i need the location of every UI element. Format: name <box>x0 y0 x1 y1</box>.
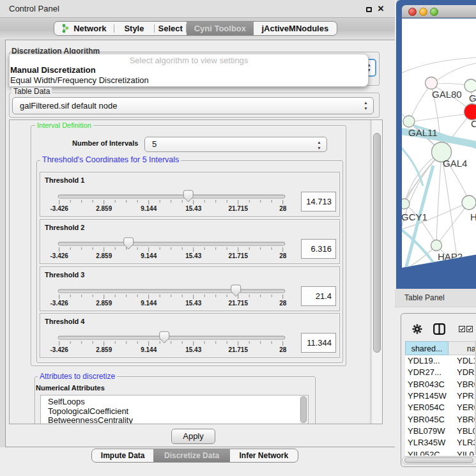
threshold-value-field[interactable]: 6.316 <box>301 239 336 259</box>
threshold-label: Threshold 4 <box>45 318 84 325</box>
threshold-label: Threshold 3 <box>45 271 84 279</box>
svg-text:21.715: 21.715 <box>228 300 248 307</box>
network-node-GA[interactable] <box>464 79 476 92</box>
apply-button[interactable]: Apply <box>171 429 215 444</box>
network-node-GAL80[interactable] <box>426 77 438 89</box>
threshold-label: Threshold 1 <box>45 176 84 184</box>
svg-text:15.43: 15.43 <box>185 252 201 259</box>
columns-icon[interactable] <box>433 323 445 335</box>
control-panel-titlebar: Control Panel <box>0 0 395 18</box>
network-node-GAL11[interactable] <box>403 116 415 127</box>
settings-viewport: Interval Definition Number of Intervals … <box>10 120 371 424</box>
tab-infer-network[interactable]: Infer Network <box>230 449 298 462</box>
zoom-traffic-light[interactable] <box>430 8 438 16</box>
threshold-slider[interactable]: -3.4262.8599.14415.4321.71528 <box>53 331 293 354</box>
svg-text:-3.426: -3.426 <box>50 300 69 307</box>
close-traffic-light[interactable] <box>408 8 417 16</box>
network-canvas[interactable]: GAL80GACGAL11GAL4GCY1HHAP2 <box>402 19 476 268</box>
popup-option-equal-width[interactable]: Equal Width/Frequency Discretization <box>10 75 149 85</box>
number-of-intervals-spinner[interactable]: 5 ▲▼ <box>144 137 327 152</box>
tab-cyni-toolbox[interactable]: Cyni Toolbox <box>187 22 254 35</box>
settings-scrollbar-thumb[interactable] <box>373 133 381 353</box>
gear-icon[interactable] <box>412 324 422 334</box>
svg-text:15.43: 15.43 <box>185 300 201 307</box>
close-icon[interactable]: ✕ <box>376 3 385 15</box>
svg-text:2.859: 2.859 <box>96 300 112 307</box>
threshold-slider[interactable]: -3.4262.8599.14415.4321.71528 <box>53 190 293 213</box>
node-label-GCY1: GCY1 <box>402 211 427 222</box>
threshold-value-field[interactable]: 14.713 <box>301 192 336 211</box>
minimize-traffic-light[interactable] <box>419 8 427 16</box>
network-edge[interactable] <box>410 84 431 121</box>
table-row[interactable]: YPR145WYPR1 <box>405 390 476 402</box>
tab-style[interactable]: Style <box>114 22 155 35</box>
cell-shared-name: YBR045C <box>408 414 445 426</box>
network-edge[interactable] <box>436 152 441 245</box>
svg-text:-3.426: -3.426 <box>50 252 69 259</box>
svg-text:28: 28 <box>279 300 287 307</box>
table-row[interactable]: YIL052CYIL0 <box>405 449 476 456</box>
table-row[interactable]: YLR345WYLR3 <box>405 437 476 449</box>
attributes-list-scrollbar[interactable] <box>300 395 308 424</box>
attributes-title: Attributes to discretize <box>38 372 117 381</box>
table-row[interactable]: YER054CYER0 <box>405 402 476 413</box>
popup-option-manual[interactable]: Manual Discretization <box>10 65 96 75</box>
column-header-name[interactable]: name <box>449 341 476 355</box>
attribute-item[interactable]: SelfLoops <box>41 397 308 407</box>
node-label-C: C <box>471 118 476 129</box>
cyni-mode-tabs: Impute DataDiscretize DataInfer Network <box>91 449 298 463</box>
network-edge[interactable] <box>437 203 469 245</box>
table-row[interactable]: YDL19...YDL1 <box>405 355 476 367</box>
control-panel-title: Control Panel <box>9 0 59 18</box>
slider-thumb[interactable] <box>160 332 169 343</box>
svg-text:-3.426: -3.426 <box>50 346 69 353</box>
table-h-scrollbar[interactable] <box>402 456 476 464</box>
cell-name: YDL1 <box>457 355 476 367</box>
cell-name: YBR0 <box>457 414 476 426</box>
attribute-item[interactable]: TopologicalCoefficient <box>41 407 308 417</box>
node-table[interactable]: shared... name YDL19...YDL1YDR27...YDR2Y… <box>405 341 476 456</box>
table-row[interactable]: YBL079WYBL0 <box>405 426 476 437</box>
network-node-GCY1[interactable] <box>402 199 410 209</box>
tab-select[interactable]: Select <box>155 22 186 35</box>
threshold-slider[interactable]: -3.4262.8599.14415.4321.71528 <box>53 284 293 307</box>
svg-text:28: 28 <box>279 252 287 259</box>
slider-thumb[interactable] <box>231 285 241 296</box>
tab-label: jActiveMNodules <box>261 24 328 33</box>
checkboxes-icon[interactable] <box>459 326 474 332</box>
settings-scrollbar[interactable] <box>371 120 382 424</box>
threshold-value-field[interactable]: 11.344 <box>301 333 336 353</box>
table-row[interactable]: YBR045CYBR0 <box>405 414 476 426</box>
table-row[interactable]: YDR27...YDR2 <box>405 367 476 378</box>
cell-shared-name: YIL052C <box>408 449 440 456</box>
cell-name: YLR3 <box>457 437 476 449</box>
threshold-slider[interactable]: -3.4262.8599.14415.4321.71528 <box>53 237 293 260</box>
node-label-GAL80: GAL80 <box>432 89 462 100</box>
tab-discretize-data[interactable]: Discretize Data <box>153 449 229 462</box>
network-node-partial[interactable] <box>453 263 463 268</box>
cell-shared-name: YBL079W <box>408 426 445 437</box>
table-row[interactable]: YBR043CYBR0 <box>405 379 476 390</box>
network-edge[interactable] <box>441 152 458 268</box>
table-h-scrollbar-thumb[interactable] <box>404 457 473 463</box>
cell-shared-name: YBR043C <box>408 379 445 390</box>
network-node-H[interactable] <box>462 196 476 210</box>
network-node-C[interactable] <box>464 104 476 120</box>
column-header-shared-name[interactable]: shared... <box>405 341 449 355</box>
attribute-item[interactable]: BetweennessCentrality <box>41 416 308 424</box>
tab-impute-data[interactable]: Impute Data <box>92 449 153 462</box>
network-node-HAP2[interactable] <box>431 240 442 251</box>
svg-text:15.43: 15.43 <box>185 346 201 353</box>
tab-network[interactable]: Network <box>54 22 114 35</box>
table-data-combobox[interactable]: galFiltered.sif default node ▲▼ <box>12 97 374 114</box>
attributes-scrollbar-thumb[interactable] <box>300 396 307 423</box>
network-edge-highlighted[interactable] <box>402 140 423 186</box>
svg-text:2.859: 2.859 <box>96 205 112 212</box>
numerical-attributes-list[interactable]: SelfLoopsTopologicalCoefficientBetweenne… <box>40 395 309 424</box>
float-window-icon[interactable] <box>366 7 372 12</box>
tab-jactivemnodules[interactable]: jActiveMNodules <box>254 22 337 35</box>
svg-text:9.144: 9.144 <box>141 252 157 259</box>
slider-thumb[interactable] <box>183 190 193 202</box>
threshold-value-field[interactable]: 21.4 <box>301 286 336 306</box>
slider-thumb[interactable] <box>124 238 134 249</box>
